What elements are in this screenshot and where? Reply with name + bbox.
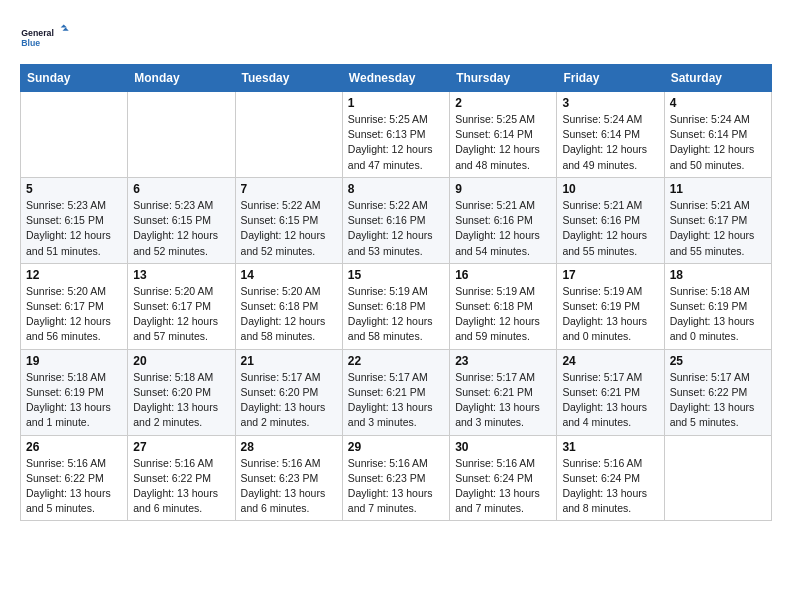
calendar-table: SundayMondayTuesdayWednesdayThursdayFrid… — [20, 64, 772, 521]
calendar-cell: 25Sunrise: 5:17 AM Sunset: 6:22 PM Dayli… — [664, 349, 771, 435]
calendar-cell: 5Sunrise: 5:23 AM Sunset: 6:15 PM Daylig… — [21, 177, 128, 263]
day-number: 16 — [455, 268, 551, 282]
calendar-cell: 11Sunrise: 5:21 AM Sunset: 6:17 PM Dayli… — [664, 177, 771, 263]
calendar-cell: 17Sunrise: 5:19 AM Sunset: 6:19 PM Dayli… — [557, 263, 664, 349]
calendar-cell: 23Sunrise: 5:17 AM Sunset: 6:21 PM Dayli… — [450, 349, 557, 435]
calendar-week-row: 19Sunrise: 5:18 AM Sunset: 6:19 PM Dayli… — [21, 349, 772, 435]
day-info: Sunrise: 5:21 AM Sunset: 6:17 PM Dayligh… — [670, 198, 766, 259]
column-header-monday: Monday — [128, 65, 235, 92]
day-number: 29 — [348, 440, 444, 454]
day-info: Sunrise: 5:24 AM Sunset: 6:14 PM Dayligh… — [562, 112, 658, 173]
day-number: 24 — [562, 354, 658, 368]
calendar-week-row: 12Sunrise: 5:20 AM Sunset: 6:17 PM Dayli… — [21, 263, 772, 349]
day-number: 6 — [133, 182, 229, 196]
day-info: Sunrise: 5:25 AM Sunset: 6:13 PM Dayligh… — [348, 112, 444, 173]
calendar-cell — [235, 92, 342, 178]
day-info: Sunrise: 5:16 AM Sunset: 6:24 PM Dayligh… — [455, 456, 551, 517]
day-info: Sunrise: 5:20 AM Sunset: 6:18 PM Dayligh… — [241, 284, 337, 345]
calendar-cell: 6Sunrise: 5:23 AM Sunset: 6:15 PM Daylig… — [128, 177, 235, 263]
day-info: Sunrise: 5:21 AM Sunset: 6:16 PM Dayligh… — [455, 198, 551, 259]
day-number: 31 — [562, 440, 658, 454]
day-info: Sunrise: 5:16 AM Sunset: 6:23 PM Dayligh… — [348, 456, 444, 517]
day-info: Sunrise: 5:23 AM Sunset: 6:15 PM Dayligh… — [26, 198, 122, 259]
calendar-cell: 4Sunrise: 5:24 AM Sunset: 6:14 PM Daylig… — [664, 92, 771, 178]
day-number: 20 — [133, 354, 229, 368]
day-number: 2 — [455, 96, 551, 110]
day-number: 22 — [348, 354, 444, 368]
day-number: 9 — [455, 182, 551, 196]
day-number: 21 — [241, 354, 337, 368]
day-info: Sunrise: 5:16 AM Sunset: 6:22 PM Dayligh… — [133, 456, 229, 517]
day-number: 18 — [670, 268, 766, 282]
calendar-header-row: SundayMondayTuesdayWednesdayThursdayFrid… — [21, 65, 772, 92]
day-number: 11 — [670, 182, 766, 196]
page-header: General Blue — [20, 20, 772, 60]
day-number: 26 — [26, 440, 122, 454]
calendar-cell: 20Sunrise: 5:18 AM Sunset: 6:20 PM Dayli… — [128, 349, 235, 435]
calendar-cell: 30Sunrise: 5:16 AM Sunset: 6:24 PM Dayli… — [450, 435, 557, 521]
day-number: 23 — [455, 354, 551, 368]
day-number: 30 — [455, 440, 551, 454]
day-number: 14 — [241, 268, 337, 282]
day-number: 12 — [26, 268, 122, 282]
day-number: 15 — [348, 268, 444, 282]
calendar-week-row: 26Sunrise: 5:16 AM Sunset: 6:22 PM Dayli… — [21, 435, 772, 521]
day-info: Sunrise: 5:16 AM Sunset: 6:24 PM Dayligh… — [562, 456, 658, 517]
calendar-cell: 1Sunrise: 5:25 AM Sunset: 6:13 PM Daylig… — [342, 92, 449, 178]
day-info: Sunrise: 5:17 AM Sunset: 6:21 PM Dayligh… — [562, 370, 658, 431]
logo-svg: General Blue — [20, 20, 70, 60]
calendar-cell: 18Sunrise: 5:18 AM Sunset: 6:19 PM Dayli… — [664, 263, 771, 349]
calendar-cell: 12Sunrise: 5:20 AM Sunset: 6:17 PM Dayli… — [21, 263, 128, 349]
day-number: 25 — [670, 354, 766, 368]
calendar-cell: 13Sunrise: 5:20 AM Sunset: 6:17 PM Dayli… — [128, 263, 235, 349]
day-number: 27 — [133, 440, 229, 454]
day-info: Sunrise: 5:19 AM Sunset: 6:19 PM Dayligh… — [562, 284, 658, 345]
calendar-cell: 14Sunrise: 5:20 AM Sunset: 6:18 PM Dayli… — [235, 263, 342, 349]
svg-text:Blue: Blue — [21, 38, 40, 48]
day-info: Sunrise: 5:20 AM Sunset: 6:17 PM Dayligh… — [26, 284, 122, 345]
day-number: 7 — [241, 182, 337, 196]
column-header-thursday: Thursday — [450, 65, 557, 92]
column-header-wednesday: Wednesday — [342, 65, 449, 92]
day-info: Sunrise: 5:21 AM Sunset: 6:16 PM Dayligh… — [562, 198, 658, 259]
calendar-cell: 27Sunrise: 5:16 AM Sunset: 6:22 PM Dayli… — [128, 435, 235, 521]
column-header-friday: Friday — [557, 65, 664, 92]
calendar-cell: 24Sunrise: 5:17 AM Sunset: 6:21 PM Dayli… — [557, 349, 664, 435]
calendar-cell: 15Sunrise: 5:19 AM Sunset: 6:18 PM Dayli… — [342, 263, 449, 349]
day-number: 8 — [348, 182, 444, 196]
day-info: Sunrise: 5:18 AM Sunset: 6:19 PM Dayligh… — [26, 370, 122, 431]
day-info: Sunrise: 5:18 AM Sunset: 6:19 PM Dayligh… — [670, 284, 766, 345]
day-info: Sunrise: 5:17 AM Sunset: 6:21 PM Dayligh… — [455, 370, 551, 431]
calendar-cell — [664, 435, 771, 521]
calendar-cell: 29Sunrise: 5:16 AM Sunset: 6:23 PM Dayli… — [342, 435, 449, 521]
day-info: Sunrise: 5:19 AM Sunset: 6:18 PM Dayligh… — [348, 284, 444, 345]
column-header-sunday: Sunday — [21, 65, 128, 92]
calendar-cell: 8Sunrise: 5:22 AM Sunset: 6:16 PM Daylig… — [342, 177, 449, 263]
day-info: Sunrise: 5:20 AM Sunset: 6:17 PM Dayligh… — [133, 284, 229, 345]
calendar-cell — [128, 92, 235, 178]
day-info: Sunrise: 5:24 AM Sunset: 6:14 PM Dayligh… — [670, 112, 766, 173]
calendar-cell: 21Sunrise: 5:17 AM Sunset: 6:20 PM Dayli… — [235, 349, 342, 435]
calendar-cell: 7Sunrise: 5:22 AM Sunset: 6:15 PM Daylig… — [235, 177, 342, 263]
day-info: Sunrise: 5:17 AM Sunset: 6:22 PM Dayligh… — [670, 370, 766, 431]
svg-text:General: General — [21, 28, 54, 38]
day-number: 5 — [26, 182, 122, 196]
day-number: 3 — [562, 96, 658, 110]
day-info: Sunrise: 5:22 AM Sunset: 6:16 PM Dayligh… — [348, 198, 444, 259]
day-number: 10 — [562, 182, 658, 196]
calendar-cell: 22Sunrise: 5:17 AM Sunset: 6:21 PM Dayli… — [342, 349, 449, 435]
calendar-cell: 19Sunrise: 5:18 AM Sunset: 6:19 PM Dayli… — [21, 349, 128, 435]
day-number: 17 — [562, 268, 658, 282]
day-info: Sunrise: 5:17 AM Sunset: 6:21 PM Dayligh… — [348, 370, 444, 431]
calendar-cell: 9Sunrise: 5:21 AM Sunset: 6:16 PM Daylig… — [450, 177, 557, 263]
day-info: Sunrise: 5:22 AM Sunset: 6:15 PM Dayligh… — [241, 198, 337, 259]
day-number: 19 — [26, 354, 122, 368]
day-number: 1 — [348, 96, 444, 110]
day-number: 13 — [133, 268, 229, 282]
calendar-cell — [21, 92, 128, 178]
day-info: Sunrise: 5:16 AM Sunset: 6:23 PM Dayligh… — [241, 456, 337, 517]
day-info: Sunrise: 5:17 AM Sunset: 6:20 PM Dayligh… — [241, 370, 337, 431]
calendar-week-row: 1Sunrise: 5:25 AM Sunset: 6:13 PM Daylig… — [21, 92, 772, 178]
calendar-cell: 16Sunrise: 5:19 AM Sunset: 6:18 PM Dayli… — [450, 263, 557, 349]
logo: General Blue — [20, 20, 70, 60]
